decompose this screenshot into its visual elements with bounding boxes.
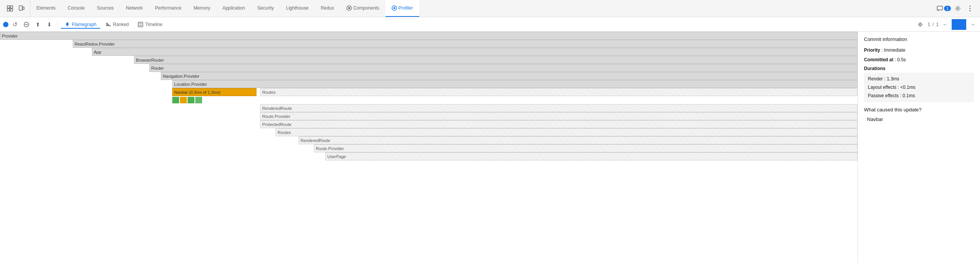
svg-rect-20: [138, 22, 143, 27]
right-panel: Commit information Priority : Immediate …: [858, 32, 980, 263]
caused-by-question: What caused this update?: [864, 106, 974, 114]
panel-priority: Priority : Immediate: [864, 47, 974, 54]
stop-icon: [24, 22, 29, 27]
svg-point-9: [393, 7, 395, 9]
svg-rect-5: [23, 7, 24, 10]
durations-title: Durations: [864, 66, 974, 71]
flame-block-routes1[interactable]: Routes: [260, 88, 858, 96]
svg-point-11: [957, 8, 959, 10]
settings-button[interactable]: [952, 3, 963, 14]
svg-rect-17: [106, 25, 111, 26]
tab-redux[interactable]: Redux: [315, 0, 340, 17]
flame-block-routeprovider2[interactable]: Route.Provider: [314, 144, 858, 152]
flame-block-reactredux[interactable]: ReactRedux.Provider: [73, 40, 858, 48]
ranked-tab[interactable]: Ranked: [102, 20, 132, 29]
profiler-toolbar: ↺ ⬆ ⬇ Flamegraph Ranked Timeline: [0, 17, 980, 32]
tab-profiler[interactable]: Profiler: [385, 0, 419, 17]
flame-block-routes2[interactable]: Routes: [276, 128, 858, 136]
prev-commit-button[interactable]: ←: [941, 21, 949, 28]
flame-row-routes2: Routes: [0, 128, 858, 136]
svg-point-23: [920, 23, 921, 25]
flame-row-browserrouter[interactable]: BrowserRouter: [0, 56, 858, 64]
flame-block-protectedroute[interactable]: ProtectedRoute: [260, 120, 858, 128]
flame-block-router[interactable]: Router: [149, 64, 858, 72]
record-button[interactable]: [3, 22, 8, 27]
tab-application[interactable]: Application: [216, 0, 251, 17]
svg-rect-0: [7, 6, 10, 8]
inspect-icon[interactable]: [5, 3, 15, 14]
square-yellow[interactable]: [180, 97, 187, 103]
flame-block-provider[interactable]: Provider: [0, 32, 858, 40]
flame-row-locprovider[interactable]: Location.Provider: [0, 80, 858, 88]
device-icon[interactable]: [16, 3, 27, 14]
devtools-icons: [2, 0, 30, 17]
svg-point-14: [970, 10, 971, 11]
tab-components[interactable]: Components: [340, 0, 385, 17]
tab-security[interactable]: Security: [251, 0, 280, 17]
svg-rect-4: [19, 6, 22, 10]
timeline-tab[interactable]: Timeline: [134, 20, 166, 29]
profiler-icon: [392, 5, 397, 11]
flame-block-routeprovider1[interactable]: Route.Provider: [260, 112, 858, 120]
flame-block-navbar[interactable]: Navbar (0.3ms of 1.3ms): [172, 88, 256, 96]
svg-rect-19: [106, 23, 108, 24]
flame-block-browserrouter[interactable]: BrowserRouter: [134, 56, 858, 64]
nav-tabs: Elements Console Sources Network Perform…: [30, 0, 934, 17]
chat-button[interactable]: 1: [937, 5, 951, 11]
flame-row-routeprovider1: Route.Provider: [0, 112, 858, 120]
refresh-button[interactable]: ↺: [10, 20, 20, 29]
flame-block-navprovider[interactable]: Navigation.Provider: [161, 72, 858, 80]
upload-button[interactable]: ⬆: [33, 20, 43, 29]
flame-row-renderedroute2: RenderedRoute: [0, 136, 858, 144]
svg-rect-3: [10, 9, 13, 11]
stop-button[interactable]: [21, 20, 31, 29]
layout-effects-duration: Layout effects : <0.1ms: [868, 83, 970, 92]
tab-network[interactable]: Network: [120, 0, 149, 17]
main-layout: Provider ReactRedux.Provider App Browser…: [0, 32, 980, 263]
svg-rect-2: [7, 9, 10, 11]
next-commit-button[interactable]: →: [969, 21, 977, 28]
render-duration: Render : 1.3ms: [868, 75, 970, 83]
svg-point-13: [970, 8, 971, 9]
nav-right-icons: 1: [934, 3, 978, 14]
flame-block-userpage[interactable]: UserPage: [325, 152, 858, 160]
flame-block-app[interactable]: App: [92, 48, 858, 56]
svg-point-12: [970, 6, 971, 7]
tab-elements[interactable]: Elements: [30, 0, 62, 17]
commit-bar[interactable]: [952, 19, 966, 30]
flame-row-reactredux[interactable]: ReactRedux.Provider: [0, 40, 858, 48]
caused-by-answer: Navbar: [864, 116, 974, 124]
flame-row-squares: [0, 96, 858, 104]
top-nav-bar: Elements Console Sources Network Perform…: [0, 0, 980, 17]
flame-block-renderedroute2[interactable]: RenderedRoute: [299, 136, 858, 144]
flamegraph-tab[interactable]: Flamegraph: [61, 20, 100, 29]
tab-console[interactable]: Console: [62, 0, 91, 17]
svg-rect-1: [10, 6, 13, 8]
download-button[interactable]: ⬇: [44, 20, 54, 29]
tab-lighthouse[interactable]: Lighthouse: [280, 0, 315, 17]
flame-block-locprovider[interactable]: Location.Provider: [172, 80, 858, 88]
settings-icon: [955, 5, 961, 11]
flame-row-provider[interactable]: Provider: [0, 32, 858, 40]
timeline-icon: [138, 22, 143, 27]
flame-row-router[interactable]: Router: [0, 64, 858, 72]
flame-row-routeprovider2: Route.Provider: [0, 144, 858, 152]
flame-row-navprovider[interactable]: Navigation.Provider: [0, 72, 858, 80]
toolbar-right: 1 / 1 ← →: [915, 19, 977, 30]
more-button[interactable]: [965, 3, 975, 14]
passive-effects-duration: Passive effects : 0.1ms: [868, 92, 970, 100]
ranked-icon: [106, 22, 111, 27]
tab-performance[interactable]: Performance: [149, 0, 188, 17]
square-green3[interactable]: [195, 97, 202, 103]
square-green2[interactable]: [188, 97, 194, 103]
components-icon: [346, 5, 352, 11]
tab-memory[interactable]: Memory: [188, 0, 216, 17]
durations-section: Durations Render : 1.3ms Layout effects …: [864, 66, 974, 102]
square-green[interactable]: [172, 97, 179, 103]
flame-block-renderedroute1[interactable]: RenderedRoute: [260, 104, 858, 112]
commit-settings-button[interactable]: [915, 20, 925, 29]
flame-row-app[interactable]: App: [0, 48, 858, 56]
flamegraph-area: Provider ReactRedux.Provider App Browser…: [0, 32, 858, 263]
tab-sources[interactable]: Sources: [91, 0, 120, 17]
panel-title: Commit information: [864, 36, 974, 42]
